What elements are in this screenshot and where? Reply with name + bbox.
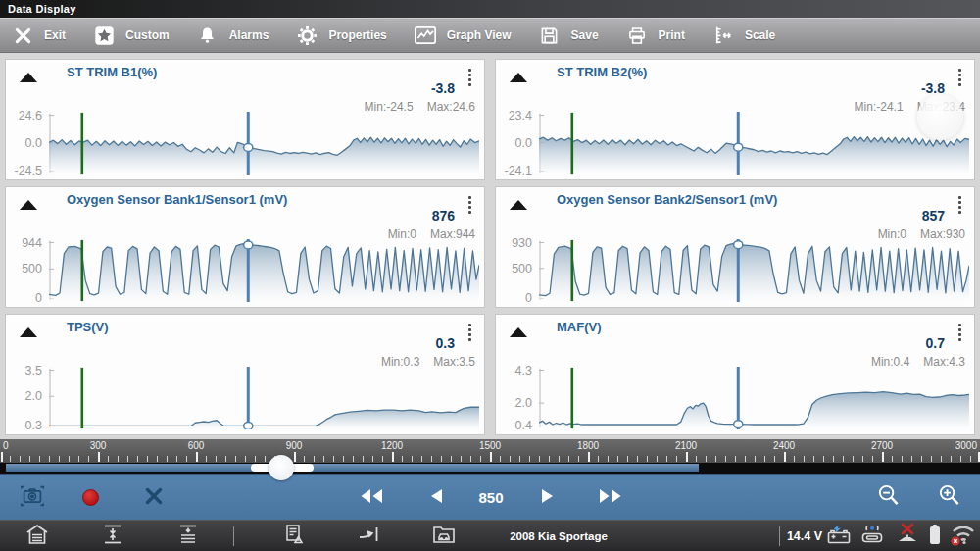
floating-assist-button[interactable] xyxy=(917,94,963,140)
collapse-button[interactable] xyxy=(510,327,527,337)
waveform-plot[interactable] xyxy=(539,112,969,175)
save-button[interactable]: Save xyxy=(539,25,599,46)
car-battery-icon xyxy=(826,524,852,549)
fast-forward-button[interactable] xyxy=(594,475,627,521)
timeline-progress-strip[interactable] xyxy=(0,463,980,474)
ruler-tick xyxy=(441,456,442,462)
current-value: 857 xyxy=(922,208,945,224)
panel-menu-button[interactable] xyxy=(955,69,964,86)
collapse-button[interactable] xyxy=(510,200,527,210)
print-button[interactable]: Print xyxy=(626,25,685,46)
panel-menu-button[interactable] xyxy=(465,69,474,86)
record-button[interactable] xyxy=(76,475,104,521)
ruler-tick xyxy=(794,456,795,462)
ruler-tick xyxy=(608,456,609,462)
ruler-tick xyxy=(804,456,805,462)
scale-button[interactable]: Scale xyxy=(712,25,775,46)
zoom-in-icon xyxy=(937,483,961,512)
panel-menu-button[interactable] xyxy=(465,196,474,214)
ruler-tick xyxy=(382,456,383,462)
ruler-tick xyxy=(931,456,932,462)
waveform-plot[interactable] xyxy=(49,367,479,429)
zoom-out-icon xyxy=(876,483,901,512)
ruler-tick xyxy=(549,456,550,462)
properties-label: Properties xyxy=(328,28,386,42)
y-tick-label: 0.0 xyxy=(5,136,42,150)
ruler-tick xyxy=(363,456,364,462)
home-button[interactable] xyxy=(22,521,53,551)
arrow-in-icon xyxy=(358,525,381,548)
ruler-tick xyxy=(39,456,40,462)
vehicle-voltage-indicator[interactable] xyxy=(823,521,855,551)
zoom-out-button[interactable] xyxy=(870,475,906,521)
y-tick-label: 500 xyxy=(495,262,532,276)
expand-panels-button[interactable] xyxy=(97,521,128,551)
graph-area: ST TRIM B1(%)-3.8Min:-24.5Max:24.624.60.… xyxy=(0,53,980,439)
collapse-button[interactable] xyxy=(20,327,37,337)
panel-menu-button[interactable] xyxy=(955,196,964,214)
playback-cursor-handle xyxy=(734,241,743,249)
custom-button[interactable]: Custom xyxy=(93,25,170,46)
timeline-ruler[interactable]: 03006009001200150018002100240027003000 xyxy=(0,439,980,463)
ruler-tick xyxy=(588,452,590,462)
step-forward-button[interactable] xyxy=(533,475,563,521)
panel-menu-button[interactable] xyxy=(955,324,964,341)
waveform-plot[interactable] xyxy=(49,239,479,302)
y-tick-label: 944 xyxy=(5,236,42,250)
graph-panel-tps-v: TPS(V)0.3Min:0.3Max:3.53.52.00.3 xyxy=(5,314,485,435)
ruler-tick xyxy=(774,456,775,462)
data-logging-button[interactable] xyxy=(354,521,385,551)
ruler-tick xyxy=(314,456,315,462)
ruler-tick xyxy=(647,456,648,462)
y-tick-label: 0 xyxy=(5,291,42,305)
ruler-label: 900 xyxy=(286,440,303,451)
y-axis-labels: 9445000 xyxy=(6,239,47,302)
y-tick-label: 0.0 xyxy=(495,136,532,150)
voltage-readout: 14.4 V xyxy=(784,521,825,551)
collapse-panels-button[interactable] xyxy=(172,521,204,551)
collapse-button[interactable] xyxy=(20,200,37,210)
ruler-tick xyxy=(745,456,746,462)
timeline-thumb[interactable] xyxy=(269,455,294,480)
status-divider xyxy=(233,526,234,546)
connection-status-indicator[interactable] xyxy=(892,521,923,551)
wifi-status-indicator[interactable] xyxy=(947,521,978,551)
ruler-tick xyxy=(490,452,492,462)
collapse-button[interactable] xyxy=(20,73,37,82)
fast-forward-icon xyxy=(598,488,623,508)
collapse-button[interactable] xyxy=(510,73,527,82)
y-tick-label: 24.6 xyxy=(5,109,42,123)
alarms-button[interactable]: Alarms xyxy=(197,25,270,46)
exit-button[interactable]: Exit xyxy=(12,25,66,46)
ruler-tick xyxy=(147,456,148,462)
waveform-plot[interactable] xyxy=(49,112,479,175)
ruler-tick xyxy=(480,456,481,462)
panel-menu-button[interactable] xyxy=(465,324,474,341)
rewind-button[interactable] xyxy=(355,475,388,521)
graph-view-button[interactable]: Graph View xyxy=(415,25,512,46)
ruler-tick xyxy=(20,456,21,462)
playback-cursor-handle xyxy=(244,422,253,429)
data-report-button[interactable] xyxy=(278,521,310,551)
graph-panel-st-trim-b2: ST TRIM B2(%)-3.8Min:-24.1Max:23.423.40.… xyxy=(495,59,975,180)
ruler-tick xyxy=(245,456,246,462)
ruler-tick xyxy=(392,452,394,462)
waveform-plot[interactable] xyxy=(539,367,969,429)
ruler-tick xyxy=(941,456,942,462)
window-title-bar: Data Display xyxy=(0,0,980,18)
vci-status-indicator[interactable] xyxy=(857,521,888,551)
zoom-in-button[interactable] xyxy=(931,475,966,521)
close-review-button[interactable] xyxy=(139,475,169,521)
y-axis-labels: 4.32.00.4 xyxy=(496,367,537,429)
ruler-tick xyxy=(872,456,873,462)
ruler-tick xyxy=(78,456,79,462)
waveform-plot[interactable] xyxy=(539,239,969,302)
screenshot-button[interactable] xyxy=(16,475,49,521)
chart-area: 9305000 xyxy=(496,239,969,302)
ruler-label: 0 xyxy=(3,440,9,451)
chart-area: 23.40.0-24.1 xyxy=(496,112,969,175)
step-back-button[interactable] xyxy=(421,475,451,521)
properties-button[interactable]: Properties xyxy=(296,25,386,46)
ruler-label: 1800 xyxy=(577,440,599,451)
vehicle-data-button[interactable] xyxy=(428,521,460,551)
